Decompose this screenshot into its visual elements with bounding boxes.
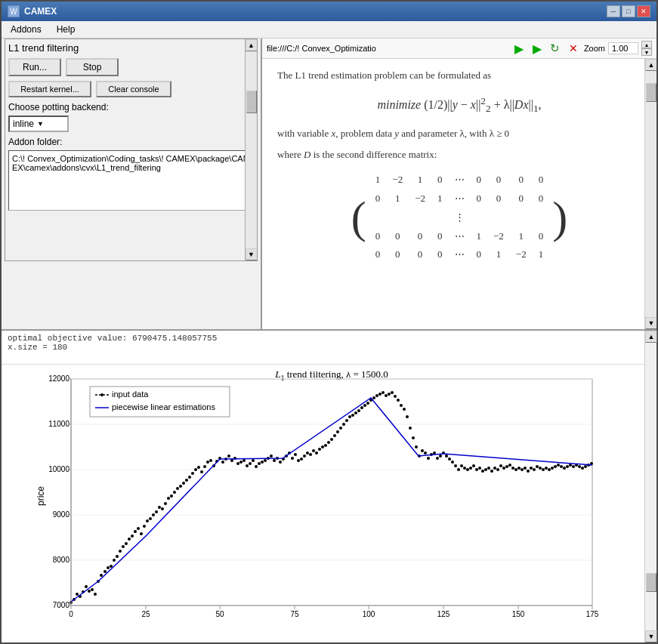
svg-point-154 — [514, 468, 517, 471]
svg-point-150 — [502, 467, 505, 470]
menu-help[interactable]: Help — [51, 23, 82, 36]
svg-point-176 — [581, 467, 584, 470]
clear-console-button[interactable]: Clear console — [96, 81, 171, 97]
x-tick-175: 175 — [585, 610, 598, 618]
svg-point-80 — [291, 457, 294, 460]
close-button[interactable]: ✕ — [637, 5, 650, 17]
console-line1: optimal objective value: 6790475.1480577… — [8, 334, 650, 343]
chart-svg: L1 trend filtering, λ = 1500.0 price 120… — [33, 371, 622, 639]
panel-title: L1 trend filtering — [8, 42, 254, 54]
svg-point-148 — [496, 468, 499, 471]
bottom-area: optimal objective value: 6790475.1480577… — [2, 329, 656, 642]
svg-point-124 — [424, 451, 427, 454]
maximize-button[interactable]: □ — [622, 5, 635, 17]
zoom-down-button[interactable]: ▼ — [641, 48, 652, 56]
nav-reload-button[interactable]: ▶ — [530, 41, 545, 56]
nav-refresh-button[interactable]: ↻ — [548, 41, 563, 56]
notebook-scrollbar: ▲ ▼ — [644, 59, 656, 329]
svg-point-156 — [521, 468, 524, 471]
svg-point-33 — [149, 517, 152, 520]
title-bar-left: W CAMEX — [8, 5, 57, 17]
scroll-thumb[interactable] — [246, 91, 257, 113]
svg-point-12 — [85, 585, 88, 588]
bottom-scroll-down[interactable]: ▼ — [645, 630, 657, 642]
nb-scroll-up[interactable]: ▲ — [645, 59, 656, 71]
svg-point-47 — [191, 472, 194, 475]
svg-point-39 — [167, 497, 170, 500]
svg-point-136 — [460, 464, 463, 467]
svg-point-168 — [557, 464, 560, 467]
stop-button[interactable]: Stop — [66, 58, 119, 76]
x-tick-150: 150 — [511, 610, 524, 618]
svg-point-175 — [578, 465, 581, 468]
svg-point-99 — [348, 415, 351, 418]
notebook-scroll[interactable]: The L1 trend estimation problem can be f… — [262, 59, 656, 329]
run-button[interactable]: Run... — [8, 58, 61, 76]
svg-point-159 — [530, 467, 533, 470]
svg-point-87 — [312, 449, 315, 452]
svg-point-26 — [128, 538, 131, 541]
chart-area: L1 trend filtering, λ = 1500.0 price 120… — [2, 365, 656, 642]
matrix-display: ( 1−210⋯0000 01−21⋯0000 ⋮ — [277, 171, 641, 264]
svg-point-88 — [315, 451, 318, 454]
backend-select[interactable]: inline ▼ — [8, 116, 69, 132]
svg-point-17 — [100, 574, 103, 577]
x-tick-50: 50 — [215, 610, 224, 618]
svg-point-95 — [336, 430, 339, 433]
bottom-scroll-up[interactable]: ▲ — [645, 331, 657, 343]
svg-point-37 — [161, 507, 164, 510]
svg-point-177 — [584, 465, 587, 468]
svg-point-59 — [227, 454, 230, 458]
matrix-right-paren: ) — [552, 195, 567, 240]
addon-folder-label: Addon folder: — [8, 137, 254, 147]
svg-point-120 — [412, 436, 415, 439]
svg-point-29 — [137, 527, 140, 530]
svg-point-131 — [445, 454, 448, 458]
right-panel: file:///C:/! Convex_Optimizatio ▶ ▶ ↻ ✕ … — [262, 39, 656, 329]
svg-point-103 — [360, 406, 363, 409]
svg-point-27 — [131, 535, 134, 538]
svg-point-42 — [176, 487, 179, 490]
minimize-button[interactable]: ─ — [607, 5, 620, 17]
svg-point-41 — [173, 491, 176, 494]
nb-scroll-track — [645, 71, 656, 317]
scroll-track — [246, 51, 257, 248]
svg-point-104 — [363, 404, 366, 407]
svg-point-110 — [382, 391, 385, 394]
svg-point-157 — [524, 467, 527, 470]
main-window: W CAMEX ─ □ ✕ Addons Help L1 trend filte… — [0, 0, 658, 644]
svg-point-83 — [300, 458, 303, 461]
svg-point-22 — [116, 555, 119, 558]
scroll-down-button[interactable]: ▼ — [246, 248, 258, 260]
svg-point-46 — [188, 476, 191, 479]
x-tick-0: 0 — [69, 610, 73, 618]
svg-point-145 — [487, 467, 490, 470]
svg-point-34 — [152, 513, 155, 516]
nav-forward-button[interactable]: ▶ — [511, 41, 527, 56]
console-line2: x.size = 180 — [8, 343, 650, 352]
svg-point-160 — [533, 468, 536, 471]
title-buttons: ─ □ ✕ — [607, 5, 650, 17]
menu-addons[interactable]: Addons — [5, 23, 48, 36]
svg-point-113 — [391, 391, 394, 394]
zoom-up-button[interactable]: ▲ — [641, 41, 652, 48]
zoom-spinner: ▲ ▼ — [641, 41, 652, 56]
nb-scroll-thumb[interactable] — [646, 83, 656, 102]
title-bar: W CAMEX ─ □ ✕ — [2, 2, 656, 21]
content-text3: where D is the second difference matrix: — [277, 147, 641, 163]
svg-point-76 — [279, 461, 282, 464]
bottom-scroll-thumb[interactable] — [646, 573, 656, 592]
scroll-up-button[interactable]: ▲ — [246, 39, 258, 51]
svg-point-35 — [155, 510, 158, 513]
backend-label: Choose potting backend: — [8, 102, 254, 112]
nav-stop-button[interactable]: ✕ — [566, 41, 581, 56]
svg-point-173 — [572, 465, 575, 468]
left-scroll-inner: L1 trend filtering Run... Stop Restart k… — [5, 39, 257, 214]
nb-scroll-down[interactable]: ▼ — [645, 317, 656, 329]
restart-kernel-button[interactable]: Restart kernel... — [8, 81, 91, 97]
svg-point-169 — [560, 465, 563, 468]
zoom-value: 1.00 — [608, 42, 638, 54]
svg-point-38 — [164, 502, 167, 505]
svg-point-152 — [508, 464, 511, 467]
svg-point-9 — [76, 593, 79, 596]
